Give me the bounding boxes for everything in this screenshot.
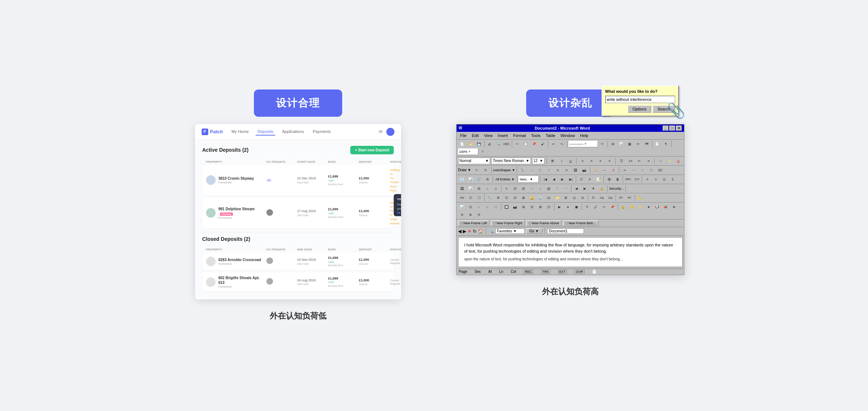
underline-button[interactable]: U (567, 157, 574, 165)
menu-help[interactable]: Help (578, 133, 591, 138)
border-button[interactable]: □ (656, 157, 664, 165)
draw-arrow[interactable]: → (527, 166, 535, 174)
more-icon-24[interactable]: 📣 (662, 203, 670, 211)
txt-icon-9[interactable]: 📁 (553, 194, 561, 201)
nav-link-deposits[interactable]: Deposits (256, 128, 275, 136)
tb-undo-icon[interactable]: ↩ (549, 140, 557, 148)
menu-table[interactable]: Table (543, 133, 557, 138)
menu-view[interactable]: View (482, 133, 495, 138)
txt-icon-11[interactable]: ◎ (570, 194, 578, 201)
mm-cross[interactable]: ✕ (586, 176, 594, 183)
menu-format[interactable]: Format (511, 133, 528, 138)
tb-insert-table[interactable]: ⊞ (609, 140, 617, 148)
more-icon-23[interactable]: 📢 (653, 203, 661, 211)
align-center-button[interactable]: ≡ (588, 157, 595, 165)
mm-nav-last[interactable]: ▶| (567, 176, 575, 183)
arrow-style-icon[interactable]: → (638, 166, 646, 174)
more-icon-17[interactable]: ✂ (600, 203, 608, 211)
draw-wordart[interactable]: A (563, 166, 571, 174)
more-icon-1[interactable]: 📊 (458, 203, 466, 211)
mm-abc[interactable]: ABC (624, 176, 632, 183)
more-icon-7[interactable]: 📷 (511, 203, 519, 211)
mm-icon-3[interactable]: 🔗 (475, 176, 483, 183)
tb-new-icon[interactable]: 📄 (458, 140, 466, 148)
txt-icon-12[interactable]: Ω (579, 194, 587, 201)
indent-button[interactable]: ⇥ (645, 157, 652, 165)
draw-line[interactable]: ╲ (518, 166, 527, 174)
more-icon-18[interactable]: 📌 (609, 203, 617, 211)
notification-icon[interactable]: ✉ (379, 129, 383, 134)
mm-icon-1[interactable]: 📧 (458, 176, 466, 183)
ex-icon-16[interactable]: 🔒 (598, 185, 606, 192)
tb-spell-icon[interactable]: ABC (503, 140, 511, 148)
ex-icon-8[interactable]: ⊞ (520, 185, 528, 192)
more-icon-21[interactable]: ⚡ (636, 203, 644, 211)
more-icon-16[interactable]: 🖊 (592, 203, 600, 211)
ex-icon-10[interactable]: ↕ (536, 185, 545, 192)
mm-field4[interactable]: Σ (669, 176, 677, 183)
ex-icon-14[interactable]: ▶ (581, 185, 589, 192)
txt-icon-15[interactable]: Aa (606, 194, 614, 201)
mm-delete[interactable]: 🗑 (613, 176, 621, 183)
draw-rotate-icon[interactable]: ↻ (482, 166, 490, 174)
active-deposit-row-2[interactable]: 991 Delphine Stream Closing Furnished 17… (202, 198, 394, 228)
more-icon-11[interactable]: ⊡ (545, 203, 553, 211)
security-label[interactable]: Security... (609, 187, 624, 190)
tb-copy-icon[interactable]: 📋 (522, 140, 530, 148)
assistant-input[interactable] (605, 96, 675, 103)
more-icon-10[interactable]: ⊠ (536, 203, 545, 211)
size-dropdown[interactable]: 12 ▼ (532, 158, 545, 164)
nav-home-btn[interactable]: 🏠 (478, 229, 483, 234)
tb-map[interactable]: 🗺 (643, 140, 651, 148)
fill-color-icon[interactable]: ▲ (592, 166, 600, 174)
avatar[interactable] (386, 128, 394, 136)
txt-icon-5[interactable]: ⊠ (520, 194, 528, 201)
more-icon-15[interactable]: ✎ (583, 203, 591, 211)
line-color-icon[interactable]: ─ (600, 166, 609, 174)
ex-arrow-1[interactable]: ◀ (573, 185, 581, 192)
ex-icon-13[interactable]: ⋯ (562, 185, 570, 192)
nav-link-payments[interactable]: Payments (311, 128, 333, 136)
list-button[interactable]: ☰ (617, 157, 625, 165)
mm-check[interactable]: ☑ (577, 176, 585, 183)
txt-icon-4[interactable]: ⊟ (511, 194, 519, 201)
nav-back-btn[interactable]: ◀ (458, 229, 461, 234)
more-icon-22[interactable]: ★ (645, 203, 653, 211)
italic-button[interactable]: I (557, 157, 565, 165)
line-style-icon[interactable]: ═ (621, 166, 629, 174)
tb-style-dropdown[interactable]: ────── ▼ (568, 141, 598, 147)
closed-deposit-row-2[interactable]: 602 Brigitte Shoals Apt. 013 Furnished 2… (202, 273, 394, 291)
word-document-area[interactable]: I hold Microsoft Word responsible for in… (458, 237, 683, 267)
more-icon-12[interactable]: ▶ (556, 203, 564, 211)
nav-stop-btn[interactable]: ✕ (468, 229, 471, 234)
ex-icon-12[interactable]: ⋮ (553, 185, 561, 192)
ex-icon-6[interactable]: ≡ (503, 185, 511, 192)
txt-icon-1[interactable]: 🔧 (486, 194, 494, 201)
tb-preview-icon[interactable]: 🔍 (494, 140, 502, 148)
minimize-button[interactable]: _ (663, 126, 669, 131)
menu-file[interactable]: File (458, 133, 469, 138)
mm-insert[interactable]: ➕ (605, 176, 613, 183)
outdent-button[interactable]: ⇤ (635, 157, 643, 165)
draw-rect[interactable]: □ (536, 166, 544, 174)
menu-tools[interactable]: Tools (529, 133, 543, 138)
more-icon-28[interactable]: ⊘ (475, 211, 483, 218)
align-right-button[interactable]: ≡ (596, 157, 604, 165)
frame-below-btn[interactable]: □ New Frame Belo... (563, 220, 598, 226)
tb-doc-map[interactable]: 📑 (653, 140, 662, 148)
nav-go-btn[interactable]: Go ▼ (526, 228, 542, 234)
txt-icon-17[interactable]: AV (626, 194, 634, 201)
txt-icon-16[interactable]: AV (617, 194, 625, 201)
nav-favorites-dropdown[interactable]: Favorites ▼ (495, 228, 525, 234)
style-dropdown[interactable]: Normal ▼ (458, 158, 490, 164)
nav-link-applications[interactable]: Applications (280, 128, 306, 136)
tb-format-painter[interactable]: 🖌 (539, 140, 547, 148)
more-icon-25[interactable]: ⊕ (670, 203, 678, 211)
more-icon-2[interactable]: ⊡ (467, 203, 475, 211)
mm-new-dropdown[interactable]: New... ▼ (518, 176, 539, 183)
autoshapes-dropdown[interactable]: AutoShapes ▼ (493, 168, 515, 172)
ex-icon-3[interactable]: ⊞ (475, 185, 483, 192)
txt-icon-6[interactable]: 🔔 (528, 194, 536, 201)
more-icon-20[interactable]: 🔑 (628, 203, 636, 211)
num-list-button[interactable]: 1≡ (627, 157, 634, 165)
